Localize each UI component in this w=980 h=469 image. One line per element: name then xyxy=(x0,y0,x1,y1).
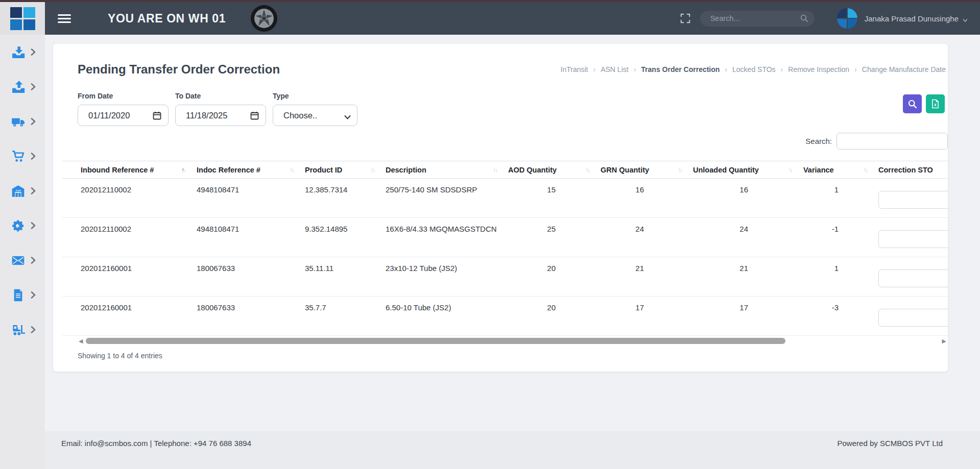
column-header-variance[interactable]: Variance↑↓ xyxy=(799,161,874,179)
export-excel-button[interactable]: x xyxy=(926,94,945,113)
table-row: 20201216000118006763335.7.76.50-10 Tube … xyxy=(62,297,948,336)
column-header-grn-quantity[interactable]: GRN Quantity↑↓ xyxy=(596,161,689,179)
cell-variance: -3 xyxy=(799,297,874,336)
column-header-description[interactable]: Description↑↓ xyxy=(381,161,504,179)
sidebar-item-warehouse[interactable] xyxy=(0,174,45,208)
app-logo[interactable] xyxy=(0,2,45,35)
user-avatar[interactable] xyxy=(837,8,857,29)
sidebar-item-inbound-tray[interactable] xyxy=(0,35,45,69)
fullscreen-icon[interactable] xyxy=(680,13,691,24)
column-header-aod-quantity[interactable]: AOD Quantity↑↓ xyxy=(504,161,596,179)
search-icon[interactable] xyxy=(800,14,808,22)
cell-product-id: 12.385.7314 xyxy=(301,179,381,218)
outbound-tray-icon xyxy=(11,80,25,94)
breadcrumb-separator: › xyxy=(593,65,596,73)
document-icon xyxy=(11,288,25,302)
table-row: 20201216000118006763335.11.1123x10-12 Tu… xyxy=(62,257,948,297)
column-header-inbound-reference[interactable]: Inbound Reference #↑↓ xyxy=(62,161,193,179)
cell-unloaded-qty: 16 xyxy=(689,179,799,218)
screen: YOU ARE ON WH 01 xyxy=(0,0,980,469)
content-card: Pending Transfer Order Correction InTran… xyxy=(53,44,948,372)
cell-grn-qty: 17 xyxy=(596,297,689,336)
correction-sto-input[interactable] xyxy=(878,230,948,248)
cell-description: 23x10-12 Tube (JS2) xyxy=(381,257,504,297)
chevron-right-icon xyxy=(31,326,36,333)
sidebar-item-cart[interactable] xyxy=(0,139,45,174)
breadcrumb-separator: › xyxy=(725,65,727,73)
table-search-label: Search: xyxy=(805,137,832,145)
type-select[interactable]: Choose.. xyxy=(273,105,357,126)
user-menu[interactable]: Janaka Prasad Dunusinghe xyxy=(865,14,968,23)
table-row: 20201211000249481084719.352.1489516X6-8/… xyxy=(62,218,948,257)
scroll-left-arrow[interactable]: ◀ xyxy=(79,337,83,345)
table-search-input[interactable] xyxy=(836,133,948,150)
scroll-right-arrow[interactable]: ▶ xyxy=(942,337,946,345)
cell-variance: 1 xyxy=(799,257,874,297)
logo-squares-icon xyxy=(10,7,35,30)
sidebar-item-forklift[interactable] xyxy=(0,312,45,347)
correction-sto-input[interactable] xyxy=(878,191,948,209)
chevron-right-icon xyxy=(31,187,36,194)
type-label: Type xyxy=(273,92,357,100)
main-content: Pending Transfer Order Correction InTran… xyxy=(45,35,980,431)
cell-product-id: 35.7.7 xyxy=(301,297,381,336)
chevron-right-icon xyxy=(31,83,36,90)
breadcrumb-item[interactable]: InTransit xyxy=(561,65,588,73)
cell-indoc-ref: 180067633 xyxy=(193,297,301,336)
to-date-input[interactable] xyxy=(175,105,266,126)
column-header-indoc-reference[interactable]: Indoc Reference #↑↓ xyxy=(193,161,301,179)
cell-aod-qty: 20 xyxy=(504,297,596,336)
hamburger-menu-icon[interactable] xyxy=(58,12,71,25)
sort-arrows-icon: ↑↓ xyxy=(864,167,868,173)
cell-indoc-ref: 4948108471 xyxy=(193,179,301,218)
correction-sto-input[interactable] xyxy=(878,269,948,287)
table-row: 202012110002494810847112.385.7314250/75-… xyxy=(62,179,948,218)
entries-summary: Showing 1 to 4 of 4 entries xyxy=(78,352,948,360)
sort-arrows-icon: ↑↓ xyxy=(371,167,375,173)
cell-correction-sto xyxy=(874,179,948,218)
cell-inbound-ref: 202012160001 xyxy=(62,257,193,297)
chevron-right-icon xyxy=(31,48,36,56)
search-button[interactable] xyxy=(903,94,922,113)
top-navbar: YOU ARE ON WH 01 xyxy=(0,0,980,35)
chevron-right-icon xyxy=(31,222,36,229)
footer-powered-by: Powered by SCMBOS PVT Ltd xyxy=(838,439,943,469)
sidebar-item-truck[interactable] xyxy=(0,104,45,139)
search-icon xyxy=(908,100,917,109)
cell-product-id: 35.11.11 xyxy=(301,257,381,297)
sidebar-item-outbound-tray[interactable] xyxy=(0,69,45,104)
page-title: Pending Transfer Order Correction xyxy=(78,62,280,77)
breadcrumb-item[interactable]: Remove Inspection xyxy=(788,65,849,73)
sort-arrows-icon: ↑↓ xyxy=(586,167,590,173)
global-search xyxy=(700,11,815,27)
global-search-input[interactable] xyxy=(700,11,815,27)
cell-correction-sto xyxy=(874,218,948,257)
scrollbar-thumb[interactable] xyxy=(86,338,785,344)
cell-aod-qty: 25 xyxy=(504,218,596,257)
sidebar-item-mail[interactable] xyxy=(0,243,45,278)
navbar-right-group: Janaka Prasad Dunusinghe xyxy=(680,8,980,29)
breadcrumb-item[interactable]: ASN List xyxy=(601,65,628,73)
breadcrumb-item[interactable]: Locked STOs xyxy=(732,65,776,73)
breadcrumb-separator: › xyxy=(854,65,857,73)
warehouse-icon xyxy=(11,184,25,198)
sidebar-item-gear[interactable] xyxy=(0,208,45,243)
column-header-unloaded-quantity[interactable]: Unloaded Quantity↑↓ xyxy=(689,161,799,179)
column-header-product-id[interactable]: Product ID↑↓ xyxy=(301,161,381,179)
cell-product-id: 9.352.14895 xyxy=(301,218,381,257)
scrollbar-track[interactable] xyxy=(86,338,939,344)
cell-inbound-ref: 202012110002 xyxy=(62,179,193,218)
data-table-wrapper: Inbound Reference #↑↓Indoc Reference #↑↓… xyxy=(62,161,948,336)
from-date-input[interactable] xyxy=(78,105,169,126)
sidebar-item-document[interactable] xyxy=(0,278,45,312)
sort-arrows-icon: ↑↓ xyxy=(678,167,682,173)
cell-aod-qty: 20 xyxy=(504,257,596,297)
breadcrumb-separator: › xyxy=(634,65,636,73)
cell-indoc-ref: 180067633 xyxy=(193,257,301,297)
breadcrumb-item[interactable]: Change Manufacture Date xyxy=(862,65,946,73)
truck-icon xyxy=(11,115,25,129)
breadcrumb-item[interactable]: Trans Order Correction xyxy=(641,65,720,73)
correction-sto-input[interactable] xyxy=(878,309,948,327)
table-search: Search: xyxy=(53,133,948,150)
cell-variance: 1 xyxy=(799,179,874,218)
